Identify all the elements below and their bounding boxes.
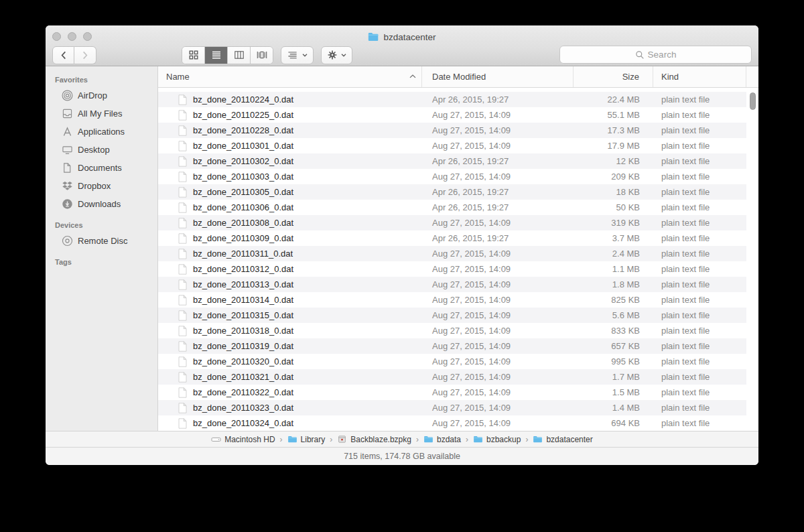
- package-icon: [337, 434, 347, 444]
- path-item-bzdatacenter[interactable]: bzdatacenter: [533, 434, 592, 444]
- date-modified-cell: Aug 27, 2015, 14:09: [422, 310, 574, 320]
- table-row[interactable]: bz_done_20110324_0.datAug 27, 2015, 14:0…: [158, 415, 746, 431]
- sidebar-item-dropbox[interactable]: Dropbox: [46, 177, 157, 195]
- sidebar-item-desktop[interactable]: Desktop: [46, 141, 157, 159]
- path-separator: ›: [330, 435, 332, 444]
- file-name: bz_done_20110301_0.dat: [193, 141, 293, 151]
- table-row[interactable]: bz_done_20110308_0.datAug 27, 2015, 14:0…: [158, 215, 746, 230]
- column-header-name[interactable]: Name: [158, 66, 422, 87]
- table-row[interactable]: bz_done_20110306_0.datApr 26, 2015, 19:2…: [158, 200, 746, 215]
- size-cell: 5.6 MB: [574, 310, 653, 320]
- search-input[interactable]: Search: [559, 46, 752, 64]
- date-modified-cell: Aug 27, 2015, 14:09: [422, 141, 574, 151]
- size-cell: 2.4 MB: [574, 249, 653, 259]
- folder-icon: [423, 434, 433, 444]
- table-row[interactable]: bz_done_20110314_0.datAug 27, 2015, 14:0…: [158, 292, 746, 308]
- sidebar-item-label: Applications: [78, 127, 125, 137]
- close-button[interactable]: [52, 32, 61, 41]
- table-row[interactable]: bz_done_20110313_0.datAug 27, 2015, 14:0…: [158, 277, 746, 292]
- column-header-kind[interactable]: Kind: [653, 66, 746, 87]
- date-modified-cell: Aug 27, 2015, 14:09: [422, 279, 574, 289]
- path-item-macintosh-hd[interactable]: Macintosh HD: [211, 434, 275, 444]
- table-row[interactable]: bz_done_20110320_0.datAug 27, 2015, 14:0…: [158, 354, 746, 369]
- file-name-cell: bz_done_20110312_0.dat: [158, 264, 422, 275]
- table-row[interactable]: bz_done_20110301_0.datAug 27, 2015, 14:0…: [158, 138, 746, 153]
- column-view-button[interactable]: [228, 47, 251, 64]
- sidebar-item-downloads[interactable]: Downloads: [46, 195, 157, 213]
- status-text: 715 items, 174.78 GB available: [344, 452, 460, 461]
- table-row[interactable]: bz_done_20110321_0.datAug 27, 2015, 14:0…: [158, 369, 746, 385]
- gear-icon: [327, 50, 338, 60]
- table-row[interactable]: bz_done_20110312_0.datAug 27, 2015, 14:0…: [158, 261, 746, 277]
- date-modified-cell: Aug 27, 2015, 14:09: [422, 295, 574, 305]
- size-cell: 694 KB: [574, 418, 653, 428]
- path-item-label: bzbackup: [486, 435, 521, 444]
- path-item-library[interactable]: Library: [287, 434, 326, 444]
- back-button[interactable]: [52, 46, 74, 64]
- folder-icon: [368, 32, 379, 42]
- sidebar-item-applications[interactable]: Applications: [46, 123, 157, 141]
- size-cell: 1.4 MB: [574, 403, 653, 413]
- downloads-icon: [62, 198, 73, 210]
- zoom-button[interactable]: [83, 32, 92, 41]
- sidebar-item-remote-disc[interactable]: Remote Disc: [46, 232, 157, 250]
- date-modified-cell: Aug 27, 2015, 14:09: [422, 372, 574, 382]
- path-item-label: Macintosh HD: [224, 435, 275, 444]
- folder-icon: [473, 434, 483, 444]
- file-name: bz_done_20110311_0.dat: [193, 249, 293, 259]
- table-row[interactable]: bz_done_20110224_0.datApr 26, 2015, 19:2…: [158, 92, 746, 107]
- sidebar-item-documents[interactable]: Documents: [46, 159, 157, 177]
- folder-icon: [533, 434, 543, 444]
- date-modified-cell: Aug 27, 2015, 14:09: [422, 356, 574, 367]
- table-row[interactable]: bz_done_20110303_0.datAug 27, 2015, 14:0…: [158, 169, 746, 184]
- file-icon: [178, 218, 187, 228]
- sidebar-item-all-my-files[interactable]: All My Files: [46, 105, 157, 123]
- table-row[interactable]: bz_done_20110228_0.datAug 27, 2015, 14:0…: [158, 123, 746, 138]
- table-row[interactable]: bz_done_20110319_0.datAug 27, 2015, 14:0…: [158, 338, 746, 354]
- table-row[interactable]: bz_done_20110323_0.datAug 27, 2015, 14:0…: [158, 400, 746, 415]
- sidebar-item-label: All My Files: [78, 109, 122, 119]
- search-placeholder: Search: [648, 50, 677, 60]
- file-name-cell: bz_done_20110225_0.dat: [158, 110, 422, 121]
- file-name-cell: bz_done_20110319_0.dat: [158, 341, 422, 352]
- table-row[interactable]: bz_done_20110225_0.datAug 27, 2015, 14:0…: [158, 107, 746, 123]
- column-header-size[interactable]: Size: [574, 66, 653, 87]
- table-row[interactable]: bz_done_20110302_0.datApr 26, 2015, 19:2…: [158, 153, 746, 169]
- kind-cell: plain text file: [653, 418, 746, 428]
- vertical-scrollbar-thumb[interactable]: [750, 92, 756, 110]
- column-header-date-modified[interactable]: Date Modified: [422, 66, 574, 87]
- table-row[interactable]: bz_done_20110305_0.datApr 26, 2015, 19:2…: [158, 184, 746, 200]
- table-row[interactable]: bz_done_20110322_0.datAug 27, 2015, 14:0…: [158, 385, 746, 400]
- sort-ascending-icon: [409, 74, 416, 78]
- sidebar-item-airdrop[interactable]: AirDrop: [46, 86, 157, 105]
- icon-view-button[interactable]: [182, 47, 205, 64]
- table-row[interactable]: bz_done_20110309_0.datApr 26, 2015, 19:2…: [158, 230, 746, 246]
- path-separator: ›: [525, 435, 528, 444]
- table-row[interactable]: bz_done_20110318_0.datAug 27, 2015, 14:0…: [158, 323, 746, 338]
- path-bar: Macintosh HD›Library›Backblaze.bzpkg›bzd…: [46, 431, 758, 447]
- file-name: bz_done_20110320_0.dat: [193, 356, 293, 367]
- sidebar-item-label: Dropbox: [78, 181, 111, 191]
- coverflow-view-button[interactable]: [251, 47, 273, 64]
- size-cell: 657 KB: [574, 341, 653, 351]
- kind-cell: plain text file: [653, 125, 746, 135]
- file-name: bz_done_20110318_0.dat: [193, 326, 293, 336]
- kind-cell: plain text file: [653, 326, 746, 336]
- list-view-button[interactable]: [205, 47, 228, 64]
- minimize-button[interactable]: [68, 32, 76, 41]
- table-row[interactable]: bz_done_20110311_0.datAug 27, 2015, 14:0…: [158, 246, 746, 261]
- file-name: bz_done_20110322_0.dat: [193, 387, 293, 397]
- path-item-label: bzdata: [437, 435, 461, 444]
- action-button[interactable]: [321, 46, 352, 64]
- path-item-bzdata[interactable]: bzdata: [423, 434, 461, 444]
- size-cell: 1.1 MB: [574, 264, 653, 274]
- forward-button[interactable]: [74, 46, 96, 64]
- path-item-backblaze-bzpkg[interactable]: Backblaze.bzpkg: [337, 434, 411, 444]
- file-icon: [178, 356, 187, 367]
- table-row[interactable]: bz_done_20110315_0.datAug 27, 2015, 14:0…: [158, 308, 746, 323]
- allmyfiles-icon: [62, 108, 73, 119]
- path-item-bzbackup[interactable]: bzbackup: [473, 434, 521, 444]
- date-modified-cell: Aug 27, 2015, 14:09: [422, 326, 574, 336]
- arrange-button[interactable]: [281, 46, 314, 64]
- documents-icon: [62, 162, 73, 174]
